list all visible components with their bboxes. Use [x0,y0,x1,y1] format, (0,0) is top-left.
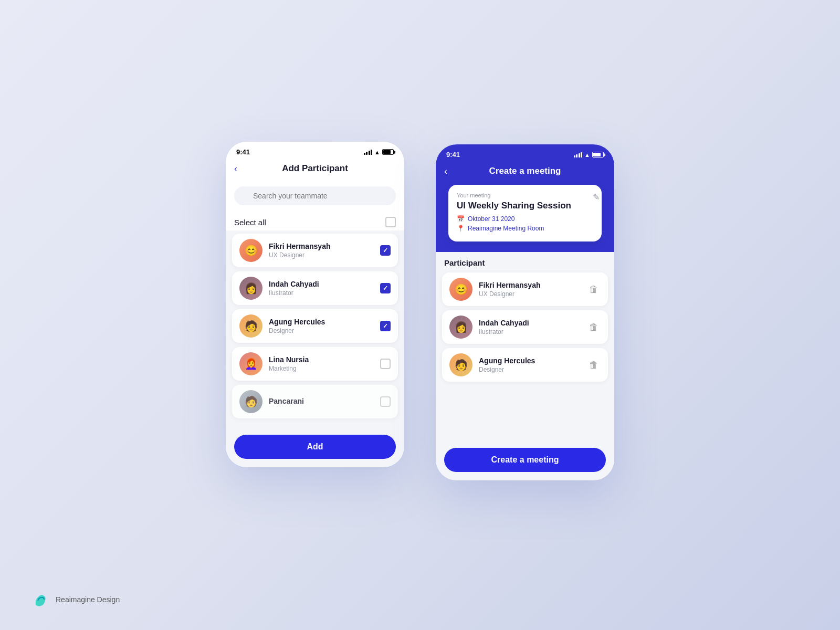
meeting-card: Your meeting UI Weekly Sharing Session 📅… [448,185,602,242]
edit-button[interactable]: ✎ [593,192,600,202]
participant-role-1: UX Designer [269,251,380,259]
participant-name-r3: Agung Hercules [479,356,587,365]
avatar-4: 👩‍🦰 [239,352,262,375]
add-button[interactable]: Add [234,435,396,459]
meeting-title: UI Weekly Sharing Session [457,201,593,211]
avatar-r1: 😊 [449,278,472,301]
create-meeting-button[interactable]: Create a meeting [444,448,606,472]
meeting-label: Your meeting [457,192,593,198]
checkbox-4[interactable] [380,359,391,369]
select-all-row: Select all [226,212,404,230]
participant-name-4: Lina Nursia [269,355,380,364]
avatar-r3: 🧑 [449,353,472,376]
list-item[interactable]: 👩‍🦰 Lina Nursia Marketing [232,347,398,381]
page-title-2: Create a meeting [489,166,561,176]
checkbox-3[interactable] [380,321,391,331]
select-all-label: Select all [234,218,266,227]
participant-info-r2: Indah Cahyadi Ilustrator [479,319,587,335]
checkbox-5[interactable] [380,396,391,407]
list-item[interactable]: 👩 Indah Cahyadi Ilustrator [232,271,398,305]
list-item[interactable]: 🧑 Agung Hercules Designer [232,309,398,343]
meeting-location: 📍 Reaimagine Meeting Room [457,225,593,232]
list-item[interactable]: 👩 Indah Cahyadi Ilustrator 🗑 [442,310,608,344]
participant-name-r2: Indah Cahyadi [479,319,587,327]
calendar-icon: 📅 [457,215,465,223]
list-item[interactable]: 😊 Fikri Hermansyah UX Designer 🗑 [442,272,608,306]
checkbox-2[interactable] [380,283,391,293]
participant-role-2: Ilustrator [269,289,380,297]
meeting-header-section: ‹ Create a meeting Your meeting UI Weekl… [436,162,614,252]
list-item[interactable]: 🧑 Agung Hercules Designer 🗑 [442,348,608,382]
participant-role-r3: Designer [479,366,587,373]
checkbox-1[interactable] [380,245,391,256]
avatar-5: 🧑 [239,390,262,413]
participant-info-3: Agung Hercules Designer [269,318,380,334]
brand-name: Reaimagine Design [56,595,120,604]
status-bar-1: 9:41 ▲ [226,142,404,159]
nav-header-2: ‹ Create a meeting [436,162,614,185]
time-1: 9:41 [236,148,250,156]
time-2: 9:41 [446,151,460,159]
back-button-1[interactable]: ‹ [234,163,237,174]
status-icons-2: ▲ [574,152,604,158]
meeting-date: 📅 Oktober 31 2020 [457,215,593,223]
signal-icon-2 [574,152,583,158]
participant-info-r1: Fikri Hermansyah UX Designer [479,281,587,298]
select-all-checkbox[interactable] [385,217,396,227]
list-item[interactable]: 🧑 Pancarani [232,385,398,418]
location-icon: 📍 [457,225,465,232]
battery-icon-1 [382,149,394,155]
avatar-r2: 👩 [449,316,472,339]
add-btn-container: Add [226,429,404,467]
page-title-1: Add Participant [282,163,348,174]
brand-logo-icon [32,590,50,609]
wifi-icon-2: ▲ [584,152,590,158]
nav-header-1: ‹ Add Participant [226,159,404,180]
participant-info-r3: Agung Hercules Designer [479,356,587,373]
participant-info-2: Indah Cahyadi Ilustrator [269,280,380,297]
delete-button-3[interactable]: 🗑 [587,358,601,373]
meeting-card-wrapper: Your meeting UI Weekly Sharing Session 📅… [442,185,608,242]
participant-info-4: Lina Nursia Marketing [269,355,380,372]
participant-name-r1: Fikri Hermansyah [479,281,587,289]
status-icons-1: ▲ [364,149,394,155]
search-container: 🔍 [226,180,404,212]
search-wrapper: 🔍 [234,186,396,205]
phone-create-meeting: 9:41 ▲ ‹ [436,144,614,480]
participant-info-1: Fikri Hermansyah UX Designer [269,242,380,259]
section-title: Participant [442,258,608,267]
wifi-icon-1: ▲ [374,149,380,155]
list-item[interactable]: 😊 Fikri Hermansyah UX Designer [232,234,398,267]
participant-section: Participant 😊 Fikri Hermansyah UX Design… [436,252,614,443]
participant-name-1: Fikri Hermansyah [269,242,380,250]
create-btn-container: Create a meeting [436,443,614,480]
search-input[interactable] [234,186,396,205]
battery-icon-2 [592,152,604,158]
avatar-2: 👩 [239,277,262,300]
participant-list: 😊 Fikri Hermansyah UX Designer 👩 Indah C… [226,230,404,429]
delete-button-1[interactable]: 🗑 [587,282,601,297]
delete-button-2[interactable]: 🗑 [587,320,601,335]
participant-role-r1: UX Designer [479,290,587,298]
avatar-1: 😊 [239,239,262,262]
participant-role-3: Designer [269,327,380,334]
participant-name-2: Indah Cahyadi [269,280,380,288]
status-bar-2: 9:41 ▲ [436,144,614,162]
participant-role-r2: Ilustrator [479,328,587,335]
participant-role-4: Marketing [269,365,380,372]
participant-name-3: Agung Hercules [269,318,380,326]
participant-name-5: Pancarani [269,397,380,405]
avatar-3: 🧑 [239,314,262,338]
phone-add-participant: 9:41 ▲ ‹ Add Participant [226,142,404,467]
back-button-2[interactable]: ‹ [444,166,447,177]
branding: Reaimagine Design [32,590,120,609]
signal-icon-1 [364,150,373,155]
participant-info-5: Pancarani [269,397,380,406]
